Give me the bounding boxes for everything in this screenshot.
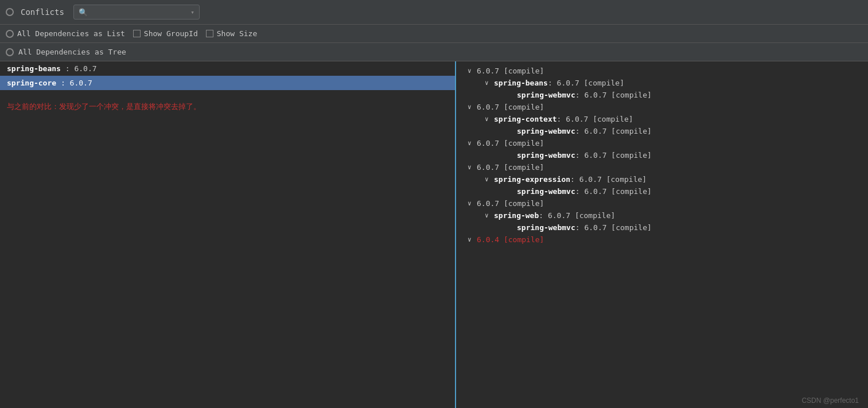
tree-text-bold: spring-beans bbox=[494, 79, 548, 87]
show-groupid-label: Show GroupId bbox=[144, 29, 198, 38]
show-groupid-checkbox[interactable] bbox=[133, 30, 141, 37]
tree-text: 6.0.7 [compile] bbox=[477, 67, 544, 75]
spacer bbox=[508, 127, 515, 135]
tree-text: : 6.0.7 [compile] bbox=[548, 79, 624, 87]
spacer bbox=[508, 91, 515, 99]
tree-row[interactable]: ∨ spring-beans : 6.0.7 [compile] bbox=[456, 77, 868, 89]
main-content: spring-beans : 6.0.7 spring-core : 6.0.7… bbox=[0, 61, 868, 408]
right-panel: ∨ 6.0.7 [compile] ∨ spring-beans : 6.0.7… bbox=[456, 61, 868, 408]
dep-name-spring-beans: spring-beans bbox=[7, 64, 61, 73]
chevron-icon: ∨ bbox=[468, 200, 474, 207]
tree-text-bold: spring-webmvc bbox=[517, 187, 575, 196]
tree-row[interactable]: spring-webmvc : 6.0.7 [compile] bbox=[456, 125, 868, 137]
dep-item-spring-beans[interactable]: spring-beans : 6.0.7 bbox=[0, 61, 455, 76]
tree-text-bold: spring-context bbox=[494, 115, 557, 123]
conflicts-title: Conflicts bbox=[21, 7, 64, 17]
tree-row[interactable]: ∨ spring-web : 6.0.7 [compile] bbox=[456, 209, 868, 222]
all-deps-tree-radio[interactable] bbox=[6, 48, 14, 56]
tree-text: : 6.0.7 [compile] bbox=[557, 115, 633, 123]
tree-row[interactable]: spring-webmvc : 6.0.7 [compile] bbox=[456, 185, 868, 197]
tree-text: : 6.0.7 [compile] bbox=[575, 151, 652, 160]
show-size-label: Show Size bbox=[217, 29, 257, 38]
dep-version-spring-beans: : 6.0.7 bbox=[61, 64, 97, 73]
chevron-icon: ∨ bbox=[485, 176, 492, 183]
spacer bbox=[508, 188, 515, 195]
search-input[interactable] bbox=[91, 8, 187, 16]
tree-row[interactable]: ∨ 6.0.7 [compile] bbox=[456, 101, 868, 113]
tree-text: : 6.0.7 [compile] bbox=[575, 223, 652, 232]
left-panel: spring-beans : 6.0.7 spring-core : 6.0.7… bbox=[0, 61, 456, 408]
chevron-icon: ∨ bbox=[468, 103, 474, 111]
tree-text-bold: spring-webmvc bbox=[517, 151, 575, 160]
tree-text-red: 6.0.4 [compile] bbox=[477, 235, 544, 244]
top-bar: Conflicts 🔍 ▾ bbox=[0, 0, 868, 25]
chevron-icon: ∨ bbox=[468, 139, 474, 147]
dep-version-spring-core: : 6.0.7 bbox=[56, 79, 92, 87]
tree-text: : 6.0.7 [compile] bbox=[570, 175, 647, 184]
all-deps-tree-label: All Dependencies as Tree bbox=[18, 48, 126, 56]
all-deps-list-radio[interactable] bbox=[6, 30, 14, 38]
search-icon: 🔍 bbox=[79, 8, 88, 17]
tree-text: 6.0.7 [compile] bbox=[477, 199, 544, 208]
tree-row[interactable]: ∨ spring-context : 6.0.7 [compile] bbox=[456, 113, 868, 125]
spacer bbox=[508, 224, 515, 231]
spacer bbox=[508, 151, 515, 159]
tree-text-bold: spring-webmvc bbox=[517, 223, 575, 232]
tree-row[interactable]: spring-webmvc : 6.0.7 [compile] bbox=[456, 89, 868, 101]
tree-row[interactable]: ∨ 6.0.7 [compile] bbox=[456, 65, 868, 77]
tree-text: : 6.0.7 [compile] bbox=[539, 211, 615, 220]
tree-text: 6.0.7 [compile] bbox=[477, 103, 544, 111]
tree-text: : 6.0.7 [compile] bbox=[575, 127, 652, 135]
show-size-item[interactable]: Show Size bbox=[206, 29, 257, 38]
dep-item-spring-core[interactable]: spring-core : 6.0.7 bbox=[0, 76, 455, 90]
tree-text: : 6.0.7 [compile] bbox=[575, 187, 652, 196]
chevron-icon: ∨ bbox=[485, 79, 492, 87]
tree-row[interactable]: ∨ 6.0.7 [compile] bbox=[456, 197, 868, 209]
show-size-checkbox[interactable] bbox=[206, 30, 213, 37]
chevron-icon: ∨ bbox=[485, 212, 492, 219]
tree-row[interactable]: ∨ spring-expression : 6.0.7 [compile] bbox=[456, 173, 868, 185]
conflicts-radio[interactable] bbox=[6, 8, 14, 16]
tree-row[interactable]: ∨ 6.0.7 [compile] bbox=[456, 161, 868, 173]
third-bar: All Dependencies as Tree bbox=[0, 43, 868, 61]
second-bar: All Dependencies as List Show GroupId Sh… bbox=[0, 25, 868, 43]
chevron-icon: ∨ bbox=[468, 236, 474, 243]
tree-row[interactable]: ∨ 6.0.7 [compile] bbox=[456, 137, 868, 149]
tree-text: 6.0.7 [compile] bbox=[477, 163, 544, 172]
dep-name-spring-core: spring-core bbox=[7, 79, 56, 87]
watermark: CSDN @perfecto1 bbox=[801, 397, 859, 405]
tree-row[interactable]: ∨ 6.0.4 [compile] bbox=[456, 234, 868, 246]
search-box[interactable]: 🔍 ▾ bbox=[73, 5, 200, 20]
tree-row[interactable]: spring-webmvc : 6.0.7 [compile] bbox=[456, 149, 868, 161]
all-deps-list-label: All Dependencies as List bbox=[17, 29, 125, 38]
show-groupid-item[interactable]: Show GroupId bbox=[133, 29, 198, 38]
tree-text-bold: spring-web bbox=[494, 211, 539, 220]
tree-text-bold: spring-webmvc bbox=[517, 127, 575, 135]
all-deps-list-item[interactable]: All Dependencies as List bbox=[6, 29, 125, 38]
tree-row[interactable]: spring-webmvc : 6.0.7 [compile] bbox=[456, 222, 868, 234]
chevron-icon: ∨ bbox=[468, 164, 474, 171]
tree-text-bold: spring-expression bbox=[494, 175, 570, 184]
annotation-text: 与之前的对比：发现少了一个冲突，是直接将冲突去掉了。 bbox=[0, 90, 455, 116]
chevron-icon: ∨ bbox=[485, 115, 492, 123]
chevron-icon: ∨ bbox=[468, 67, 474, 75]
tree-text-bold: spring-webmvc bbox=[517, 91, 575, 99]
tree-text: : 6.0.7 [compile] bbox=[575, 91, 652, 99]
search-dropdown-icon[interactable]: ▾ bbox=[190, 9, 194, 16]
tree-text: 6.0.7 [compile] bbox=[477, 139, 544, 147]
